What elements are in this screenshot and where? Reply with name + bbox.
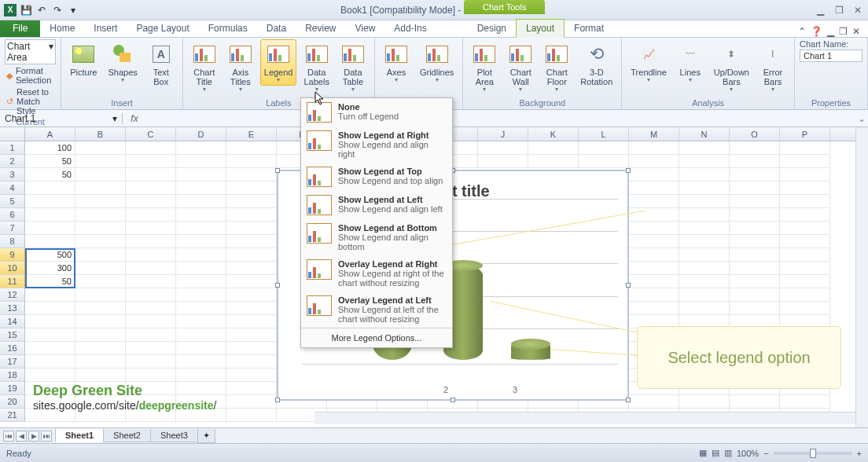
- cell[interactable]: [176, 275, 226, 288]
- row-header[interactable]: 6: [0, 208, 25, 222]
- cell[interactable]: [629, 208, 679, 222]
- cell[interactable]: [176, 262, 226, 275]
- cell[interactable]: [126, 275, 176, 288]
- column-header[interactable]: D: [176, 127, 226, 141]
- cell[interactable]: [780, 248, 830, 262]
- cell[interactable]: [629, 182, 679, 195]
- view-normal-button[interactable]: ▦: [699, 448, 707, 458]
- rotation-button[interactable]: ⟲3-D Rotation: [576, 39, 616, 89]
- data-cylinder[interactable]: [511, 333, 550, 360]
- trendline-button[interactable]: 📈Trendline▾: [627, 39, 670, 86]
- minimize-button[interactable]: ▁: [813, 3, 827, 17]
- cell[interactable]: [780, 288, 830, 302]
- cell[interactable]: [176, 235, 226, 248]
- cell[interactable]: [478, 155, 528, 168]
- formula-expand-button[interactable]: ⌄: [855, 113, 868, 124]
- legend-menu-item[interactable]: NoneTurn off Legend: [301, 98, 452, 126]
- cell[interactable]: [226, 248, 277, 262]
- picture-button[interactable]: Picture: [66, 39, 101, 79]
- tab-format[interactable]: Format: [565, 20, 613, 37]
- cell[interactable]: [226, 208, 277, 222]
- cell[interactable]: [176, 288, 226, 302]
- cell[interactable]: [780, 182, 830, 195]
- cell[interactable]: [126, 315, 176, 328]
- cell[interactable]: [629, 141, 679, 155]
- new-sheet-button[interactable]: ✦: [197, 429, 215, 443]
- help-button[interactable]: ❓: [811, 26, 822, 37]
- sheet-tab[interactable]: Sheet3: [150, 429, 198, 442]
- cell[interactable]: [25, 288, 75, 302]
- cell[interactable]: [75, 342, 126, 355]
- cell[interactable]: [75, 235, 126, 248]
- cell[interactable]: [75, 208, 126, 222]
- redo-button[interactable]: ↷: [50, 3, 64, 17]
- cell[interactable]: [176, 195, 226, 208]
- cell[interactable]: [126, 342, 176, 355]
- row-header[interactable]: 10: [0, 262, 25, 275]
- view-page-break-button[interactable]: ▥: [724, 448, 732, 458]
- cell[interactable]: [730, 262, 780, 275]
- cell[interactable]: [75, 262, 126, 275]
- cell[interactable]: [176, 368, 226, 382]
- cell[interactable]: [226, 275, 277, 288]
- shapes-button[interactable]: Shapes▾: [104, 39, 141, 86]
- cell[interactable]: [25, 208, 75, 222]
- cell[interactable]: [730, 168, 780, 182]
- cell[interactable]: [679, 275, 730, 288]
- zoom-in-button[interactable]: +: [857, 449, 862, 458]
- row-header[interactable]: 15: [0, 328, 25, 342]
- legend-button[interactable]: Legend▾: [260, 39, 297, 86]
- axis-titles-button[interactable]: Axis Titles▾: [224, 39, 257, 95]
- cell[interactable]: [75, 141, 126, 155]
- zoom-slider[interactable]: [774, 452, 852, 455]
- updown-bars-button[interactable]: ⬍Up/Down Bars▾: [710, 39, 753, 95]
- cell[interactable]: [176, 302, 226, 315]
- row-header[interactable]: 9: [0, 248, 25, 262]
- cell[interactable]: [679, 195, 730, 208]
- row-header[interactable]: 21: [0, 409, 25, 422]
- tab-layout[interactable]: Layout: [516, 19, 565, 38]
- column-header[interactable]: L: [579, 127, 629, 141]
- cell[interactable]: [126, 208, 176, 222]
- cell[interactable]: [176, 315, 226, 328]
- format-selection-button[interactable]: ◆Format Selection: [5, 65, 56, 86]
- tab-page-layout[interactable]: Page Layout: [127, 20, 198, 37]
- row-header[interactable]: 14: [0, 315, 25, 328]
- column-header[interactable]: B: [75, 127, 126, 141]
- sheet-nav-last[interactable]: ⏭: [41, 431, 52, 442]
- cell[interactable]: [25, 222, 75, 235]
- cell[interactable]: [176, 208, 226, 222]
- chart-title-button[interactable]: Chart Title▾: [188, 39, 221, 95]
- cell[interactable]: [75, 275, 126, 288]
- cell[interactable]: [579, 141, 629, 155]
- cell[interactable]: [75, 155, 126, 168]
- cell[interactable]: [126, 328, 176, 342]
- cell[interactable]: [126, 168, 176, 182]
- cell[interactable]: [226, 302, 277, 315]
- row-header[interactable]: 1: [0, 141, 25, 155]
- cell[interactable]: [629, 248, 679, 262]
- cell[interactable]: [126, 262, 176, 275]
- cell[interactable]: [25, 315, 75, 328]
- cell[interactable]: [75, 302, 126, 315]
- cell[interactable]: [226, 342, 277, 355]
- cell[interactable]: [679, 235, 730, 248]
- cell[interactable]: [226, 328, 277, 342]
- column-header[interactable]: P: [780, 127, 830, 141]
- cell[interactable]: [730, 195, 780, 208]
- cell[interactable]: [528, 141, 579, 155]
- cell[interactable]: [25, 368, 75, 382]
- cell[interactable]: [226, 355, 277, 368]
- cell[interactable]: [730, 182, 780, 195]
- row-header[interactable]: 12: [0, 288, 25, 302]
- cell[interactable]: [75, 315, 126, 328]
- cell[interactable]: [75, 368, 126, 382]
- cell[interactable]: [679, 208, 730, 222]
- cell[interactable]: [679, 288, 730, 302]
- tab-view[interactable]: View: [346, 20, 385, 37]
- row-header[interactable]: 8: [0, 235, 25, 248]
- cell[interactable]: [679, 262, 730, 275]
- cell[interactable]: [75, 168, 126, 182]
- cell[interactable]: [629, 395, 679, 409]
- lines-button[interactable]: 〰Lines▾: [674, 39, 707, 86]
